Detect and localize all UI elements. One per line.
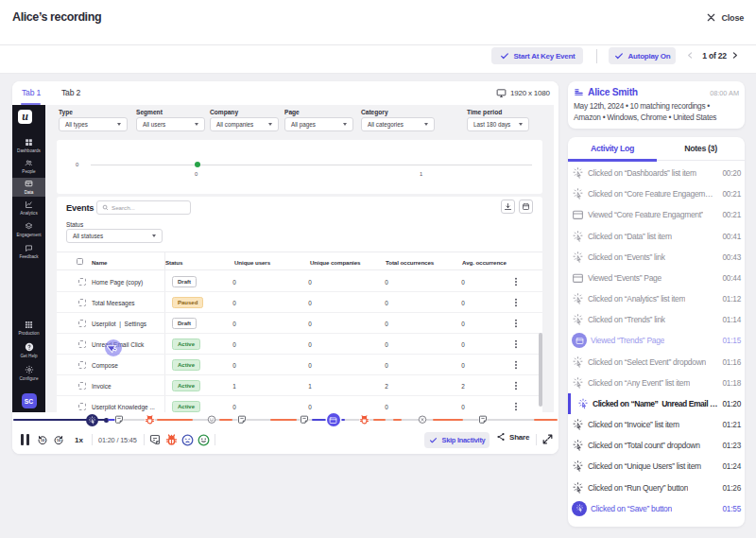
svg-text:10: 10 — [57, 438, 61, 443]
svg-text:10: 10 — [41, 438, 45, 443]
